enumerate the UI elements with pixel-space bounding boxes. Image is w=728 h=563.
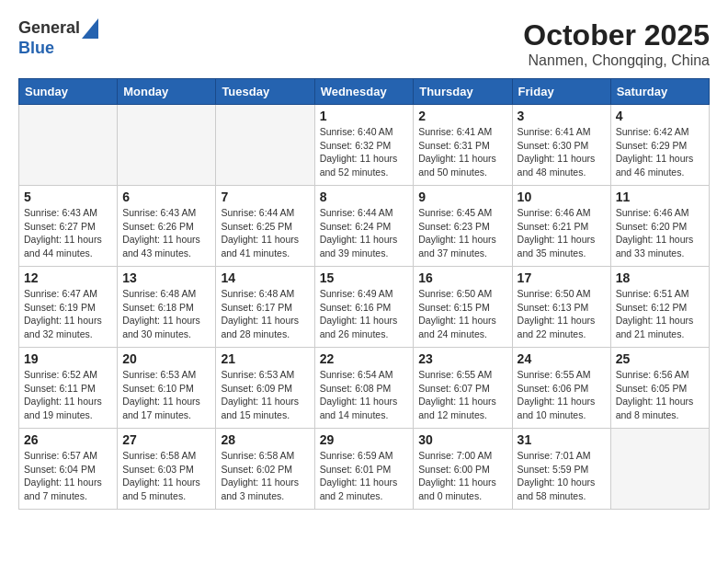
day-info: Sunrise: 6:55 AM Sunset: 6:06 PM Dayligh… <box>518 368 606 422</box>
week-row-5: 26Sunrise: 6:57 AM Sunset: 6:04 PM Dayli… <box>19 429 710 510</box>
day-info: Sunrise: 6:50 AM Sunset: 6:15 PM Dayligh… <box>418 287 506 341</box>
day-number: 29 <box>320 432 409 447</box>
calendar-cell: 9Sunrise: 6:45 AM Sunset: 6:23 PM Daylig… <box>414 186 512 267</box>
day-number: 5 <box>24 190 112 204</box>
calendar-cell: 28Sunrise: 6:58 AM Sunset: 6:02 PM Dayli… <box>216 429 314 510</box>
logo: General Blue <box>18 18 98 59</box>
day-info: Sunrise: 6:47 AM Sunset: 6:19 PM Dayligh… <box>24 287 112 341</box>
day-number: 6 <box>122 190 210 204</box>
day-number: 14 <box>221 270 309 285</box>
day-number: 19 <box>24 351 112 366</box>
day-number: 17 <box>518 270 606 285</box>
day-info: Sunrise: 6:58 AM Sunset: 6:02 PM Dayligh… <box>221 449 309 503</box>
calendar-cell: 24Sunrise: 6:55 AM Sunset: 6:06 PM Dayli… <box>512 348 610 429</box>
calendar-cell: 8Sunrise: 6:44 AM Sunset: 6:24 PM Daylig… <box>314 186 414 267</box>
day-header-wednesday: Wednesday <box>314 79 414 105</box>
day-header-saturday: Saturday <box>610 79 709 105</box>
day-info: Sunrise: 6:44 AM Sunset: 6:25 PM Dayligh… <box>221 206 309 260</box>
day-number: 2 <box>418 109 506 123</box>
calendar-cell: 30Sunrise: 7:00 AM Sunset: 6:00 PM Dayli… <box>414 429 512 510</box>
day-number: 31 <box>518 432 606 447</box>
day-number: 8 <box>320 190 409 204</box>
calendar-cell: 19Sunrise: 6:52 AM Sunset: 6:11 PM Dayli… <box>19 348 118 429</box>
month-title: October 2025 <box>523 18 710 52</box>
day-info: Sunrise: 6:44 AM Sunset: 6:24 PM Dayligh… <box>320 206 409 260</box>
week-row-3: 12Sunrise: 6:47 AM Sunset: 6:19 PM Dayli… <box>19 267 710 348</box>
day-number: 20 <box>122 351 210 366</box>
calendar-cell: 23Sunrise: 6:55 AM Sunset: 6:07 PM Dayli… <box>414 348 512 429</box>
calendar-cell: 1Sunrise: 6:40 AM Sunset: 6:32 PM Daylig… <box>314 105 414 186</box>
day-number: 9 <box>418 190 506 204</box>
day-number: 16 <box>418 270 506 285</box>
day-info: Sunrise: 6:46 AM Sunset: 6:21 PM Dayligh… <box>518 206 606 260</box>
day-number: 7 <box>221 190 309 204</box>
day-number: 30 <box>418 432 506 447</box>
calendar-cell: 25Sunrise: 6:56 AM Sunset: 6:05 PM Dayli… <box>610 348 709 429</box>
day-info: Sunrise: 6:46 AM Sunset: 6:20 PM Dayligh… <box>616 206 704 260</box>
day-info: Sunrise: 6:51 AM Sunset: 6:12 PM Dayligh… <box>616 287 704 341</box>
day-info: Sunrise: 6:58 AM Sunset: 6:03 PM Dayligh… <box>122 449 210 503</box>
calendar-cell: 11Sunrise: 6:46 AM Sunset: 6:20 PM Dayli… <box>610 186 709 267</box>
day-number: 3 <box>518 109 606 123</box>
calendar-cell <box>610 429 709 510</box>
day-info: Sunrise: 6:43 AM Sunset: 6:26 PM Dayligh… <box>122 206 210 260</box>
day-info: Sunrise: 6:40 AM Sunset: 6:32 PM Dayligh… <box>320 125 409 179</box>
day-header-friday: Friday <box>512 79 610 105</box>
day-info: Sunrise: 6:45 AM Sunset: 6:23 PM Dayligh… <box>418 206 506 260</box>
calendar-cell: 3Sunrise: 6:41 AM Sunset: 6:30 PM Daylig… <box>512 105 610 186</box>
week-row-2: 5Sunrise: 6:43 AM Sunset: 6:27 PM Daylig… <box>19 186 710 267</box>
calendar-cell: 29Sunrise: 6:59 AM Sunset: 6:01 PM Dayli… <box>314 429 414 510</box>
day-number: 1 <box>320 109 409 123</box>
calendar-cell: 14Sunrise: 6:48 AM Sunset: 6:17 PM Dayli… <box>216 267 314 348</box>
day-number: 23 <box>418 351 506 366</box>
day-number: 13 <box>122 270 210 285</box>
day-info: Sunrise: 6:53 AM Sunset: 6:09 PM Dayligh… <box>221 368 309 422</box>
calendar-cell: 2Sunrise: 6:41 AM Sunset: 6:31 PM Daylig… <box>414 105 512 186</box>
calendar-cell: 12Sunrise: 6:47 AM Sunset: 6:19 PM Dayli… <box>19 267 118 348</box>
day-info: Sunrise: 6:41 AM Sunset: 6:31 PM Dayligh… <box>418 125 506 179</box>
calendar-cell: 20Sunrise: 6:53 AM Sunset: 6:10 PM Dayli… <box>118 348 216 429</box>
day-header-thursday: Thursday <box>414 79 512 105</box>
day-number: 27 <box>122 432 210 447</box>
day-info: Sunrise: 6:43 AM Sunset: 6:27 PM Dayligh… <box>24 206 112 260</box>
day-info: Sunrise: 6:57 AM Sunset: 6:04 PM Dayligh… <box>24 449 112 503</box>
calendar-cell: 13Sunrise: 6:48 AM Sunset: 6:18 PM Dayli… <box>118 267 216 348</box>
day-number: 24 <box>518 351 606 366</box>
day-number: 15 <box>320 270 409 285</box>
day-info: Sunrise: 6:53 AM Sunset: 6:10 PM Dayligh… <box>122 368 210 422</box>
day-number: 25 <box>616 351 704 366</box>
day-number: 21 <box>221 351 309 366</box>
day-number: 11 <box>616 190 704 204</box>
calendar-cell: 18Sunrise: 6:51 AM Sunset: 6:12 PM Dayli… <box>610 267 709 348</box>
calendar-cell: 5Sunrise: 6:43 AM Sunset: 6:27 PM Daylig… <box>19 186 118 267</box>
day-info: Sunrise: 6:49 AM Sunset: 6:16 PM Dayligh… <box>320 287 409 341</box>
location: Nanmen, Chongqing, China <box>523 52 710 69</box>
week-row-1: 1Sunrise: 6:40 AM Sunset: 6:32 PM Daylig… <box>19 105 710 186</box>
calendar-cell: 22Sunrise: 6:54 AM Sunset: 6:08 PM Dayli… <box>314 348 414 429</box>
day-header-tuesday: Tuesday <box>216 79 314 105</box>
day-number: 12 <box>24 270 112 285</box>
logo-icon <box>82 18 98 39</box>
calendar: SundayMondayTuesdayWednesdayThursdayFrid… <box>18 78 710 510</box>
day-number: 28 <box>221 432 309 447</box>
calendar-cell: 16Sunrise: 6:50 AM Sunset: 6:15 PM Dayli… <box>414 267 512 348</box>
calendar-cell <box>216 105 314 186</box>
calendar-cell: 7Sunrise: 6:44 AM Sunset: 6:25 PM Daylig… <box>216 186 314 267</box>
day-number: 18 <box>616 270 704 285</box>
day-number: 22 <box>320 351 409 366</box>
day-info: Sunrise: 6:48 AM Sunset: 6:17 PM Dayligh… <box>221 287 309 341</box>
day-info: Sunrise: 6:59 AM Sunset: 6:01 PM Dayligh… <box>320 449 409 503</box>
calendar-cell: 4Sunrise: 6:42 AM Sunset: 6:29 PM Daylig… <box>610 105 709 186</box>
calendar-cell: 26Sunrise: 6:57 AM Sunset: 6:04 PM Dayli… <box>19 429 118 510</box>
svg-marker-0 <box>82 18 98 39</box>
calendar-cell: 31Sunrise: 7:01 AM Sunset: 5:59 PM Dayli… <box>512 429 610 510</box>
logo-general: General <box>18 18 80 39</box>
day-info: Sunrise: 6:50 AM Sunset: 6:13 PM Dayligh… <box>518 287 606 341</box>
calendar-cell: 6Sunrise: 6:43 AM Sunset: 6:26 PM Daylig… <box>118 186 216 267</box>
day-info: Sunrise: 6:55 AM Sunset: 6:07 PM Dayligh… <box>418 368 506 422</box>
day-info: Sunrise: 6:42 AM Sunset: 6:29 PM Dayligh… <box>616 125 704 179</box>
calendar-cell: 17Sunrise: 6:50 AM Sunset: 6:13 PM Dayli… <box>512 267 610 348</box>
logo-blue: Blue <box>18 39 98 59</box>
calendar-cell <box>19 105 118 186</box>
calendar-cell <box>118 105 216 186</box>
